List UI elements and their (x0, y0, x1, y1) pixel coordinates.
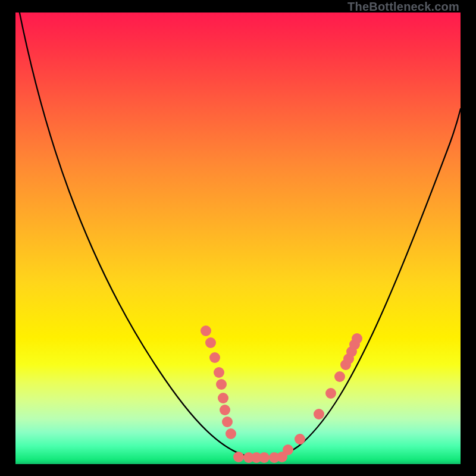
curve-marker (295, 434, 305, 444)
curve-marker (214, 367, 224, 378)
curve-marker (314, 409, 324, 419)
curve-marker (218, 393, 228, 403)
curve-marker (233, 452, 244, 462)
curve-marker (325, 388, 336, 399)
curve-marker (334, 371, 345, 382)
curve-marker (259, 452, 270, 463)
curve-marker (283, 444, 293, 455)
curve-marker (216, 379, 227, 390)
chart-svg (15, 12, 461, 464)
chart-area (15, 12, 461, 464)
bottleneck-curve (19, 10, 461, 458)
curve-marker (209, 352, 220, 363)
curve-marker (205, 337, 216, 348)
curve-marker (226, 428, 236, 439)
curve-marker (220, 405, 230, 415)
curve-marker (222, 416, 233, 427)
curve-marker (201, 325, 211, 336)
curve-marker (352, 333, 362, 344)
watermark: TheBottleneck.com (15, 0, 461, 14)
curve-markers (201, 325, 362, 463)
